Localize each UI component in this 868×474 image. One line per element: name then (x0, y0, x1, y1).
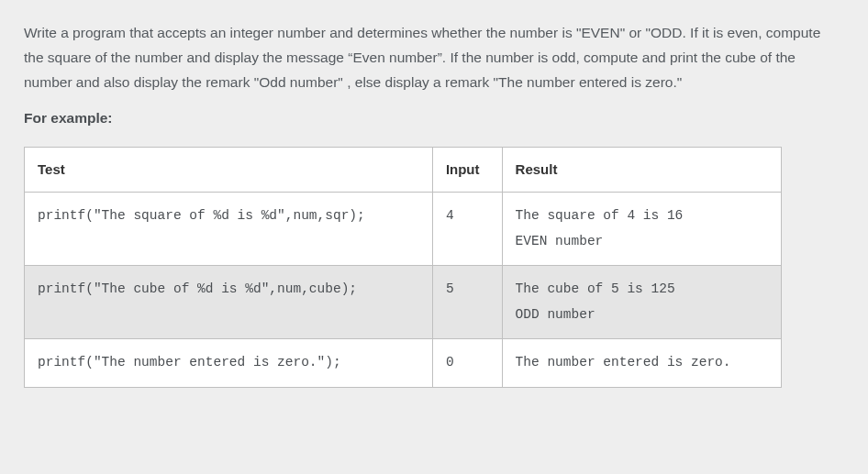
col-input: Input (432, 148, 502, 193)
cell-result: The square of 4 is 16 EVEN number (502, 193, 781, 266)
problem-description: Write a program that accepts an integer … (24, 20, 840, 94)
result-text: The number entered is zero. (516, 355, 731, 369)
cell-test: printf("The square of %d is %d",num,sqr)… (25, 193, 433, 266)
table-row: printf("The cube of %d is %d",num,cube);… (25, 266, 782, 339)
cell-input: 0 (432, 339, 502, 388)
question-panel: Write a program that accepts an integer … (0, 0, 868, 474)
input-text: 0 (446, 355, 454, 369)
cell-test: printf("The number entered is zero."); (25, 339, 433, 388)
input-text: 4 (446, 208, 454, 223)
result-text: The cube of 5 is 125 ODD number (516, 281, 675, 322)
code-text: printf("The number entered is zero."); (38, 355, 341, 369)
input-text: 5 (446, 281, 454, 296)
question-content: Write a program that accepts an integer … (0, 0, 868, 406)
code-text: printf("The cube of %d is %d",num,cube); (38, 281, 357, 296)
example-heading: For example: (24, 107, 840, 130)
result-text: The square of 4 is 16 EVEN number (516, 208, 684, 248)
cell-result: The number entered is zero. (502, 339, 781, 388)
cell-input: 4 (432, 193, 502, 266)
table-row: printf("The square of %d is %d",num,sqr)… (25, 193, 782, 266)
code-text: printf("The square of %d is %d",num,sqr)… (38, 208, 365, 223)
example-table: Test Input Result printf("The square of … (24, 147, 782, 388)
example-table-wrap: Test Input Result printf("The square of … (24, 147, 840, 388)
cell-input: 5 (432, 266, 502, 339)
cell-result: The cube of 5 is 125 ODD number (502, 266, 781, 339)
table-header-row: Test Input Result (25, 148, 782, 193)
col-result: Result (502, 148, 781, 193)
col-test: Test (25, 148, 433, 193)
cell-test: printf("The cube of %d is %d",num,cube); (25, 266, 433, 339)
table-row: printf("The number entered is zero."); 0… (25, 339, 782, 388)
